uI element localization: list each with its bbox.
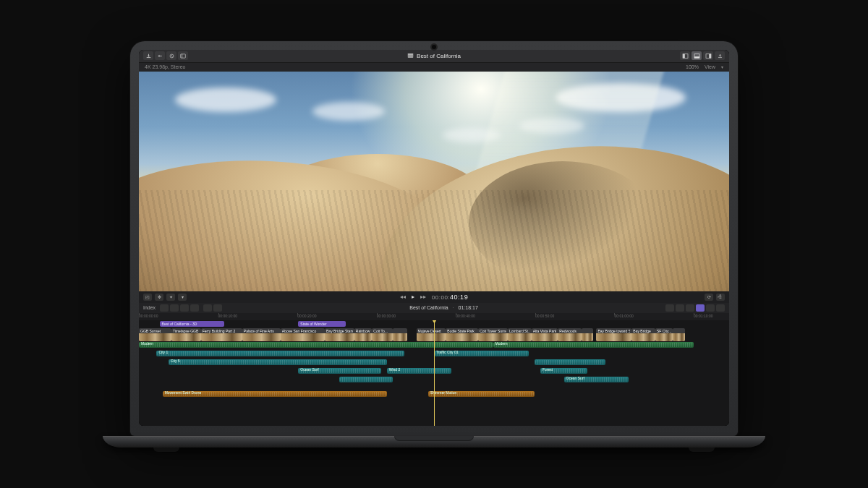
layout-browser-button[interactable] [680,51,690,60]
connect-clip-button[interactable] [160,304,169,312]
screen-bezel: Best of California 4K 23.98p, Stereo 100… [130,41,738,436]
svg-rect-10 [709,53,711,58]
enhance-tool-button[interactable]: ✦ [166,294,175,301]
import-button[interactable] [143,51,153,60]
ruler-label: 00:00:00:00 [139,314,158,318]
layout-timeline-button[interactable] [692,51,702,60]
trim-tool-button[interactable] [213,304,222,312]
playhead-overlay [139,320,729,426]
svg-rect-3 [408,55,414,59]
retime-tool-button[interactable]: ▾ [178,294,187,301]
playhead[interactable] [434,320,435,426]
app-subbar: 4K 23.98p, Stereo 100% View ▾ [139,63,729,72]
toolbar-right-group [680,51,725,60]
timeline-duration: 01:18:17 [459,305,478,310]
laptop-foot [689,448,715,452]
timeline-area[interactable]: Best of California - 3DState of Wonder G… [139,320,729,426]
timeline-index-button[interactable]: Index [143,305,156,310]
audio-skim-button[interactable] [676,304,684,312]
playbar-right-tools: ⟳ ≡ ⤢ [705,294,725,301]
camera-dot [432,45,436,49]
cloud-shape [312,102,385,121]
ruler-label: 00:00:10:00 [218,314,237,318]
playbar-left-tools: ◰ ✥ ✦ ▾ [143,294,187,301]
trackpad-notch [394,436,474,441]
project-title-group: Best of California [407,53,461,59]
skimming-button[interactable] [665,304,674,312]
bg-tasks-button[interactable] [166,51,176,60]
timecode-display: 00:00:40:19 [432,294,468,301]
ruler-label: 00:01:10:00 [694,314,712,318]
ruler-label: 00:01:00:00 [614,314,633,318]
select-tool-button[interactable] [203,304,212,312]
cloud-shape [175,87,276,112]
svg-rect-8 [694,56,699,58]
zoom-level[interactable]: 100% [686,64,699,69]
ruler-label: 00:00:30:00 [377,314,396,318]
laptop-foot [153,448,179,452]
viewer-playbar: ◰ ✥ ✦ ▾ ◂◂ ▸ ▸▸ 00:00:40:19 ⟳ ≡ ⤢ [139,291,729,303]
clip-appearance-button[interactable] [716,304,725,312]
solo-button[interactable] [686,304,694,312]
crop-tool-button[interactable]: ◰ [143,294,152,301]
layout-inspector-button[interactable] [703,51,713,60]
project-title: Best of California [417,53,461,59]
play-icon[interactable]: ▸ [412,294,414,300]
clapper-icon [407,53,414,59]
svg-rect-2 [181,53,186,57]
transform-tool-button[interactable]: ✥ [155,294,163,301]
format-info: 4K 23.98p, Stereo [145,64,185,69]
view-menu[interactable]: View [705,64,715,69]
timeline-header: Index Best of California · 01:18:17 [139,303,729,313]
loop-button[interactable]: ⟳ [705,294,713,301]
timeline-zoom-button[interactable] [706,304,715,312]
ruler-label: 00:00:50:00 [535,314,554,318]
svg-rect-6 [683,53,685,58]
ruler-label: 00:00:20:00 [297,314,316,318]
append-clip-button[interactable] [180,304,189,312]
skip-fwd-icon[interactable]: ▸▸ [420,294,426,300]
keyword-button[interactable] [155,51,165,60]
snapping-button[interactable] [696,304,705,312]
svg-rect-4 [408,53,414,55]
laptop-frame: Best of California 4K 23.98p, Stereo 100… [130,41,738,448]
share-button[interactable] [715,51,725,60]
app-toolbar: Best of California [139,50,729,63]
app-screen: Best of California 4K 23.98p, Stereo 100… [139,50,729,426]
overwrite-clip-button[interactable] [190,304,199,312]
timeline-ruler[interactable]: 00:00:00:0000:00:10:0000:00:20:0000:00:3… [139,313,729,320]
svg-point-0 [158,55,160,56]
timeline-project-name: Best of California [409,305,448,310]
skip-back-icon[interactable]: ◂◂ [400,294,406,300]
toolbar-left-group [143,51,188,60]
chevron-down-icon: ▾ [721,64,723,69]
timeline-title: Best of California · 01:18:17 [226,305,661,310]
viewer-canvas[interactable] [139,72,729,291]
library-toggle-button[interactable] [178,51,188,60]
laptop-base [103,436,765,448]
sand-ridges [139,190,729,291]
ruler-label: 00:00:40:00 [456,314,475,318]
fullscreen-icon[interactable]: ⤢ [717,293,722,299]
insert-clip-button[interactable] [170,304,179,312]
